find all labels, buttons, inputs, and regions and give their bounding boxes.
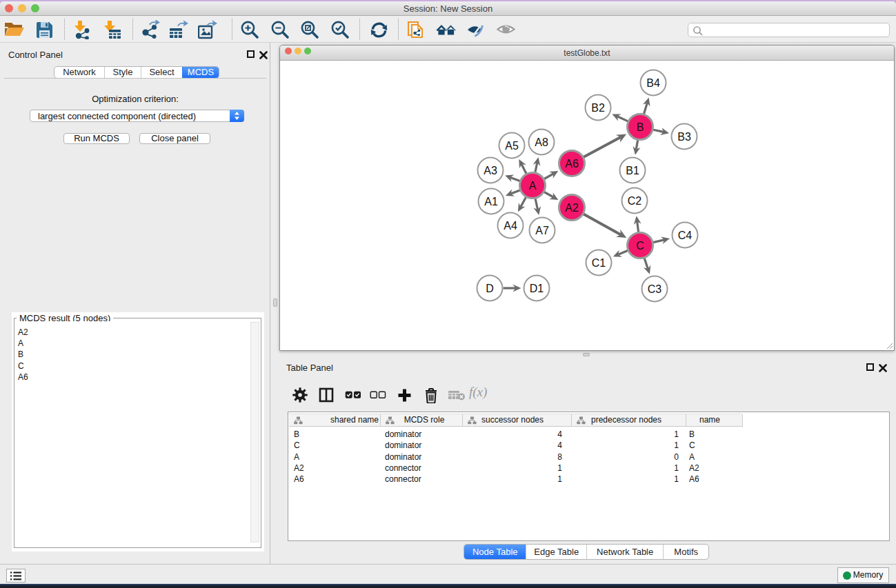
svg-text:A8: A8 bbox=[535, 136, 548, 148]
svg-text:C: C bbox=[636, 240, 644, 252]
svg-text:A1: A1 bbox=[484, 196, 498, 207]
svg-text:C4: C4 bbox=[678, 230, 693, 241]
svg-text:B1: B1 bbox=[626, 165, 639, 176]
svg-text:A4: A4 bbox=[504, 220, 517, 232]
svg-text:B3: B3 bbox=[677, 131, 691, 143]
svg-text:B4: B4 bbox=[646, 77, 660, 89]
svg-text:A6: A6 bbox=[565, 158, 579, 170]
svg-text:A2: A2 bbox=[565, 202, 579, 214]
svg-text:A5: A5 bbox=[505, 140, 519, 152]
svg-text:B: B bbox=[637, 121, 644, 133]
svg-text:C1: C1 bbox=[592, 257, 606, 269]
svg-text:C2: C2 bbox=[628, 195, 642, 207]
svg-text:D: D bbox=[486, 283, 494, 294]
svg-text:A7: A7 bbox=[535, 225, 549, 236]
svg-text:A: A bbox=[529, 180, 537, 192]
svg-text:B2: B2 bbox=[591, 102, 605, 114]
svg-text:C3: C3 bbox=[648, 283, 662, 295]
svg-text:D1: D1 bbox=[530, 283, 544, 294]
svg-text:A3: A3 bbox=[484, 165, 497, 176]
